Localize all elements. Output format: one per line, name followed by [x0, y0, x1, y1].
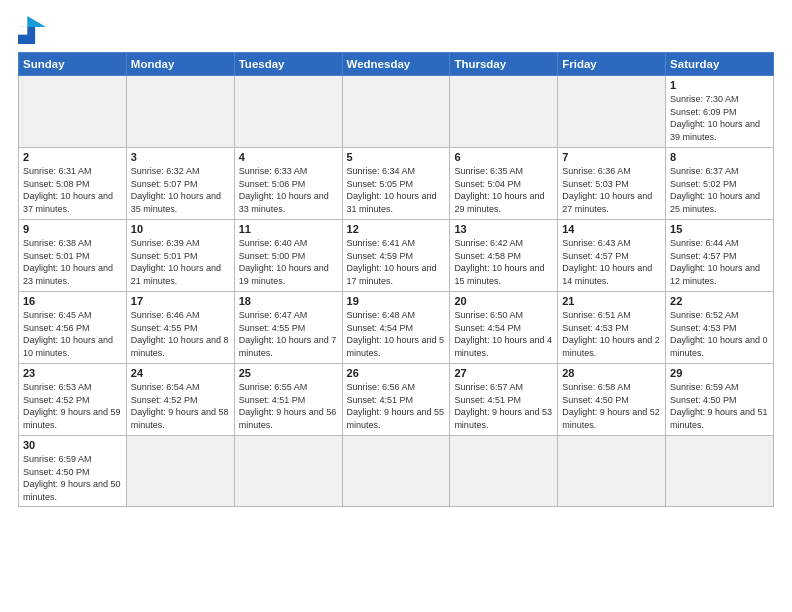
- generalblue-logo-icon: [18, 16, 46, 44]
- day-info: Sunrise: 6:38 AM Sunset: 5:01 PM Dayligh…: [23, 237, 122, 287]
- calendar-cell: 30Sunrise: 6:59 AM Sunset: 4:50 PM Dayli…: [19, 436, 127, 507]
- calendar-cell: 21Sunrise: 6:51 AM Sunset: 4:53 PM Dayli…: [558, 292, 666, 364]
- calendar-cell: 9Sunrise: 6:38 AM Sunset: 5:01 PM Daylig…: [19, 220, 127, 292]
- day-number: 7: [562, 151, 661, 163]
- day-info: Sunrise: 6:52 AM Sunset: 4:53 PM Dayligh…: [670, 309, 769, 359]
- calendar-cell: 24Sunrise: 6:54 AM Sunset: 4:52 PM Dayli…: [126, 364, 234, 436]
- day-number: 6: [454, 151, 553, 163]
- calendar-cell: 28Sunrise: 6:58 AM Sunset: 4:50 PM Dayli…: [558, 364, 666, 436]
- calendar-cell: [19, 76, 127, 148]
- header: [18, 16, 774, 44]
- calendar-cell: 15Sunrise: 6:44 AM Sunset: 4:57 PM Dayli…: [666, 220, 774, 292]
- calendar-cell: 10Sunrise: 6:39 AM Sunset: 5:01 PM Dayli…: [126, 220, 234, 292]
- day-info: Sunrise: 6:50 AM Sunset: 4:54 PM Dayligh…: [454, 309, 553, 359]
- calendar-cell: 3Sunrise: 6:32 AM Sunset: 5:07 PM Daylig…: [126, 148, 234, 220]
- calendar-cell: 18Sunrise: 6:47 AM Sunset: 4:55 PM Dayli…: [234, 292, 342, 364]
- calendar-cell: [450, 436, 558, 507]
- day-info: Sunrise: 6:39 AM Sunset: 5:01 PM Dayligh…: [131, 237, 230, 287]
- calendar-week-5: 30Sunrise: 6:59 AM Sunset: 4:50 PM Dayli…: [19, 436, 774, 507]
- day-info: Sunrise: 6:58 AM Sunset: 4:50 PM Dayligh…: [562, 381, 661, 431]
- day-number: 30: [23, 439, 122, 451]
- day-info: Sunrise: 6:45 AM Sunset: 4:56 PM Dayligh…: [23, 309, 122, 359]
- calendar-cell: 2Sunrise: 6:31 AM Sunset: 5:08 PM Daylig…: [19, 148, 127, 220]
- calendar-week-4: 23Sunrise: 6:53 AM Sunset: 4:52 PM Dayli…: [19, 364, 774, 436]
- calendar-cell: [342, 76, 450, 148]
- day-info: Sunrise: 6:33 AM Sunset: 5:06 PM Dayligh…: [239, 165, 338, 215]
- calendar-cell: [234, 76, 342, 148]
- calendar-cell: 29Sunrise: 6:59 AM Sunset: 4:50 PM Dayli…: [666, 364, 774, 436]
- day-info: Sunrise: 6:56 AM Sunset: 4:51 PM Dayligh…: [347, 381, 446, 431]
- calendar: SundayMondayTuesdayWednesdayThursdayFrid…: [18, 52, 774, 507]
- day-info: Sunrise: 6:37 AM Sunset: 5:02 PM Dayligh…: [670, 165, 769, 215]
- calendar-cell: 17Sunrise: 6:46 AM Sunset: 4:55 PM Dayli…: [126, 292, 234, 364]
- calendar-cell: 25Sunrise: 6:55 AM Sunset: 4:51 PM Dayli…: [234, 364, 342, 436]
- day-number: 2: [23, 151, 122, 163]
- calendar-cell: 7Sunrise: 6:36 AM Sunset: 5:03 PM Daylig…: [558, 148, 666, 220]
- calendar-cell: 5Sunrise: 6:34 AM Sunset: 5:05 PM Daylig…: [342, 148, 450, 220]
- day-number: 24: [131, 367, 230, 379]
- page: SundayMondayTuesdayWednesdayThursdayFrid…: [0, 0, 792, 612]
- calendar-header-saturday: Saturday: [666, 53, 774, 76]
- day-number: 25: [239, 367, 338, 379]
- day-info: Sunrise: 6:47 AM Sunset: 4:55 PM Dayligh…: [239, 309, 338, 359]
- calendar-cell: 27Sunrise: 6:57 AM Sunset: 4:51 PM Dayli…: [450, 364, 558, 436]
- day-info: Sunrise: 6:55 AM Sunset: 4:51 PM Dayligh…: [239, 381, 338, 431]
- calendar-header-row: SundayMondayTuesdayWednesdayThursdayFrid…: [19, 53, 774, 76]
- calendar-cell: [666, 436, 774, 507]
- day-info: Sunrise: 6:41 AM Sunset: 4:59 PM Dayligh…: [347, 237, 446, 287]
- day-number: 16: [23, 295, 122, 307]
- calendar-cell: 23Sunrise: 6:53 AM Sunset: 4:52 PM Dayli…: [19, 364, 127, 436]
- day-number: 14: [562, 223, 661, 235]
- calendar-cell: 14Sunrise: 6:43 AM Sunset: 4:57 PM Dayli…: [558, 220, 666, 292]
- day-info: Sunrise: 6:57 AM Sunset: 4:51 PM Dayligh…: [454, 381, 553, 431]
- calendar-cell: 20Sunrise: 6:50 AM Sunset: 4:54 PM Dayli…: [450, 292, 558, 364]
- day-info: Sunrise: 6:51 AM Sunset: 4:53 PM Dayligh…: [562, 309, 661, 359]
- calendar-cell: [234, 436, 342, 507]
- day-info: Sunrise: 6:31 AM Sunset: 5:08 PM Dayligh…: [23, 165, 122, 215]
- day-number: 11: [239, 223, 338, 235]
- day-number: 26: [347, 367, 446, 379]
- day-number: 15: [670, 223, 769, 235]
- day-number: 19: [347, 295, 446, 307]
- calendar-week-1: 2Sunrise: 6:31 AM Sunset: 5:08 PM Daylig…: [19, 148, 774, 220]
- day-info: Sunrise: 6:42 AM Sunset: 4:58 PM Dayligh…: [454, 237, 553, 287]
- day-info: Sunrise: 6:54 AM Sunset: 4:52 PM Dayligh…: [131, 381, 230, 431]
- day-info: Sunrise: 6:36 AM Sunset: 5:03 PM Dayligh…: [562, 165, 661, 215]
- day-number: 27: [454, 367, 553, 379]
- logo: [18, 16, 50, 44]
- day-number: 18: [239, 295, 338, 307]
- day-number: 13: [454, 223, 553, 235]
- day-number: 1: [670, 79, 769, 91]
- day-number: 10: [131, 223, 230, 235]
- calendar-week-2: 9Sunrise: 6:38 AM Sunset: 5:01 PM Daylig…: [19, 220, 774, 292]
- calendar-cell: 11Sunrise: 6:40 AM Sunset: 5:00 PM Dayli…: [234, 220, 342, 292]
- day-number: 23: [23, 367, 122, 379]
- calendar-cell: 1Sunrise: 7:30 AM Sunset: 6:09 PM Daylig…: [666, 76, 774, 148]
- calendar-cell: [126, 76, 234, 148]
- calendar-cell: [450, 76, 558, 148]
- calendar-cell: 4Sunrise: 6:33 AM Sunset: 5:06 PM Daylig…: [234, 148, 342, 220]
- day-info: Sunrise: 6:48 AM Sunset: 4:54 PM Dayligh…: [347, 309, 446, 359]
- calendar-header-thursday: Thursday: [450, 53, 558, 76]
- day-number: 20: [454, 295, 553, 307]
- calendar-cell: 26Sunrise: 6:56 AM Sunset: 4:51 PM Dayli…: [342, 364, 450, 436]
- day-number: 22: [670, 295, 769, 307]
- svg-rect-2: [18, 27, 27, 35]
- day-number: 9: [23, 223, 122, 235]
- day-number: 8: [670, 151, 769, 163]
- day-info: Sunrise: 6:35 AM Sunset: 5:04 PM Dayligh…: [454, 165, 553, 215]
- calendar-cell: 13Sunrise: 6:42 AM Sunset: 4:58 PM Dayli…: [450, 220, 558, 292]
- day-info: Sunrise: 6:43 AM Sunset: 4:57 PM Dayligh…: [562, 237, 661, 287]
- calendar-week-0: 1Sunrise: 7:30 AM Sunset: 6:09 PM Daylig…: [19, 76, 774, 148]
- calendar-cell: 22Sunrise: 6:52 AM Sunset: 4:53 PM Dayli…: [666, 292, 774, 364]
- calendar-cell: [558, 76, 666, 148]
- calendar-week-3: 16Sunrise: 6:45 AM Sunset: 4:56 PM Dayli…: [19, 292, 774, 364]
- day-number: 17: [131, 295, 230, 307]
- day-number: 28: [562, 367, 661, 379]
- day-info: Sunrise: 6:59 AM Sunset: 4:50 PM Dayligh…: [670, 381, 769, 431]
- day-info: Sunrise: 6:34 AM Sunset: 5:05 PM Dayligh…: [347, 165, 446, 215]
- calendar-header-friday: Friday: [558, 53, 666, 76]
- calendar-header-wednesday: Wednesday: [342, 53, 450, 76]
- day-info: Sunrise: 6:53 AM Sunset: 4:52 PM Dayligh…: [23, 381, 122, 431]
- day-info: Sunrise: 6:40 AM Sunset: 5:00 PM Dayligh…: [239, 237, 338, 287]
